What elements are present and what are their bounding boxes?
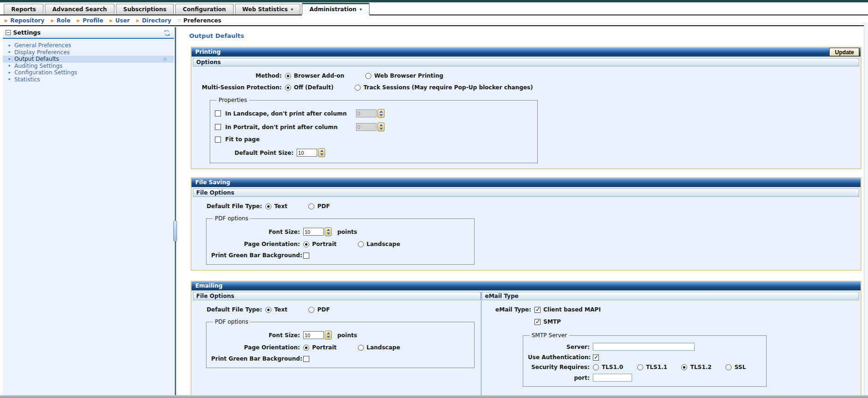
- pdf-options-legend: PDF options: [213, 215, 250, 222]
- radio-icon[interactable]: [726, 364, 732, 370]
- radio-icon[interactable]: [365, 73, 371, 79]
- sidebar-item-general-preferences[interactable]: •General Preferences: [3, 42, 174, 49]
- radio-method-browser-addon[interactable]: Browser Add-on: [285, 72, 344, 79]
- checkbox-label: In Portrait, don't print after column: [225, 124, 338, 130]
- breadcrumb-role[interactable]: ▶Role: [51, 17, 71, 24]
- default-file-type-label: Default File Type:: [197, 203, 262, 210]
- radio-icon[interactable]: [358, 241, 364, 247]
- smtp-checkbox-option[interactable]: SMTP: [534, 318, 601, 325]
- sidebar-item-label: Output Defaults: [14, 56, 59, 62]
- checkbox-icon[interactable]: [215, 137, 221, 143]
- tab-configuration[interactable]: Configuration: [175, 4, 233, 14]
- breadcrumb-directory[interactable]: ▶Directory: [136, 17, 171, 24]
- radio-email-filetype-pdf[interactable]: PDF: [308, 306, 330, 313]
- use-authentication-checkbox[interactable]: [593, 355, 599, 361]
- emailing-font-size-input[interactable]: [303, 331, 324, 339]
- radio-icon[interactable]: [681, 364, 687, 370]
- radio-icon[interactable]: [637, 364, 643, 370]
- radio-icon[interactable]: [303, 345, 309, 351]
- breadcrumb-repository[interactable]: ▶Repository: [5, 17, 44, 24]
- radio-method-web-browser-printing[interactable]: Web Browser Printing: [365, 72, 443, 79]
- radio-icon[interactable]: [308, 203, 314, 210]
- option-label: Text: [274, 306, 287, 313]
- checkbox-icon[interactable]: [534, 319, 541, 325]
- main-content: Output Defaults Printing Update Options …: [179, 27, 862, 395]
- radio-orientation-portrait[interactable]: Portrait: [303, 241, 337, 247]
- radio-email-filetype-text[interactable]: Text: [265, 306, 287, 313]
- multi-session-label: Multi-Session Protection:: [197, 84, 282, 91]
- font-size-input[interactable]: [303, 228, 324, 236]
- client-mapi-checkbox-option[interactable]: Client based MAPI: [534, 306, 601, 313]
- radio-icon[interactable]: [265, 307, 271, 313]
- radio-multisession-off[interactable]: Off (Default): [285, 84, 334, 91]
- default-point-size-spinner[interactable]: [318, 148, 325, 157]
- tab-subscriptions[interactable]: Subscriptions: [116, 4, 174, 14]
- radio-icon[interactable]: [303, 241, 309, 247]
- radio-security-tls10[interactable]: TLS1.0: [593, 364, 623, 370]
- landscape-column-spinner[interactable]: [377, 109, 384, 118]
- radio-orientation-landscape[interactable]: Landscape: [358, 241, 400, 247]
- printing-section-header: Printing Update: [192, 48, 861, 57]
- sidebar-splitter[interactable]: [175, 27, 176, 395]
- radio-icon[interactable]: [593, 364, 599, 370]
- radio-multisession-track[interactable]: Track Sessions (May require Pop-Up block…: [355, 84, 533, 91]
- email-type-label: eMail Type:: [491, 306, 531, 325]
- sidebar-item-output-defaults[interactable]: •Output Defaults▷: [3, 56, 174, 63]
- green-bar-checkbox[interactable]: [303, 253, 309, 259]
- radio-email-orientation-landscape[interactable]: Landscape: [358, 344, 400, 351]
- checkbox-icon[interactable]: [534, 307, 541, 313]
- collapse-icon[interactable]: −: [6, 30, 11, 35]
- breadcrumb-profile[interactable]: ▶Profile: [77, 17, 103, 24]
- default-file-type-row: Default File Type: Text PDF: [197, 203, 859, 210]
- emailing-points-suffix-label: points: [337, 332, 357, 339]
- default-point-size-input[interactable]: [297, 149, 317, 157]
- breadcrumb-label: Role: [57, 17, 71, 24]
- radio-filetype-text[interactable]: Text: [265, 203, 287, 210]
- radio-icon[interactable]: [285, 73, 291, 79]
- update-button[interactable]: Update: [830, 48, 859, 56]
- radio-security-ssl[interactable]: SSL: [726, 364, 746, 370]
- radio-security-tls12[interactable]: TLS1.2: [681, 364, 711, 370]
- font-size-spinner[interactable]: [325, 227, 332, 236]
- portrait-column-spinner[interactable]: [377, 123, 384, 131]
- emailing-section-header: Emailing: [192, 282, 861, 290]
- sidebar-item-configuration-settings[interactable]: •Configuration Settings: [3, 69, 174, 76]
- checkbox-icon[interactable]: [215, 124, 221, 130]
- sidebar-item-statistics[interactable]: •Statistics: [3, 76, 174, 83]
- tab-administration[interactable]: Administration▾: [302, 3, 369, 15]
- printing-section: Printing Update Options Method: Browser …: [191, 47, 861, 169]
- use-authentication-label: Use Authentication:: [528, 354, 590, 361]
- sidebar-item-label: Configuration Settings: [14, 69, 77, 76]
- radio-icon[interactable]: [308, 307, 314, 313]
- breadcrumb-preferences-current[interactable]: ▽Preferences: [178, 17, 221, 24]
- radio-security-tls11[interactable]: TLS1.1: [637, 364, 668, 370]
- checkbox-icon[interactable]: [215, 110, 221, 116]
- breadcrumb-user[interactable]: ▶User: [110, 17, 130, 24]
- file-saving-options-subheader: File Options: [193, 188, 859, 197]
- splitter-grip-handle[interactable]: [173, 220, 177, 242]
- tab-web-statistics[interactable]: Web Statistics▾: [235, 4, 301, 14]
- tab-reports[interactable]: Reports: [4, 4, 43, 14]
- emailing-file-options-panel: File Options Default File Type: Text PDF…: [193, 292, 482, 395]
- fit-to-page-checkbox-option[interactable]: Fit to page: [215, 136, 356, 143]
- emailing-font-size-spinner[interactable]: [325, 331, 332, 340]
- radio-icon[interactable]: [285, 85, 291, 91]
- port-input[interactable]: [593, 374, 632, 382]
- emailing-green-bar-checkbox[interactable]: [303, 356, 309, 362]
- portrait-checkbox-option[interactable]: In Portrait, don't print after column: [215, 124, 356, 130]
- radio-icon[interactable]: [358, 345, 364, 351]
- breadcrumb-label: Directory: [142, 17, 171, 24]
- tab-advanced-search[interactable]: Advanced Search: [45, 4, 114, 14]
- sidebar-item-auditing-settings[interactable]: •Auditing Settings: [3, 63, 174, 70]
- bullet-icon: •: [7, 56, 11, 62]
- refresh-icon[interactable]: [164, 29, 171, 36]
- landscape-checkbox-option[interactable]: In Landscape, don't print after column: [215, 110, 356, 117]
- radio-filetype-pdf[interactable]: PDF: [308, 203, 330, 210]
- radio-icon[interactable]: [355, 85, 361, 91]
- sidebar-item-display-preferences[interactable]: •Display Preferences: [3, 49, 174, 56]
- sidebar-header: − Settings: [3, 27, 174, 39]
- tab-label: Configuration: [183, 6, 226, 13]
- radio-email-orientation-portrait[interactable]: Portrait: [303, 344, 337, 351]
- server-input[interactable]: [593, 343, 695, 351]
- radio-icon[interactable]: [265, 203, 271, 210]
